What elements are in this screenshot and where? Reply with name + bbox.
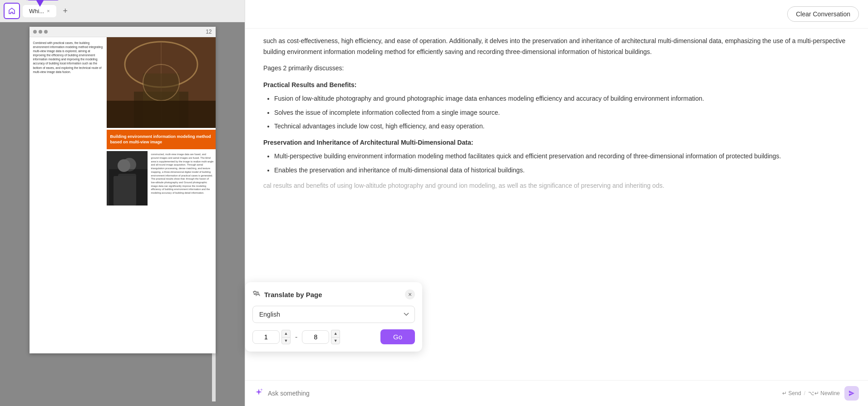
pdf-dot-3 (44, 30, 48, 34)
range-end-down[interactable]: ▼ (331, 337, 340, 344)
svg-rect-6 (107, 101, 216, 128)
language-select[interactable]: English Chinese Spanish French German Ja… (252, 306, 415, 323)
pdf-person-image (107, 151, 148, 205)
translate-modal-header: Translate by Page × (252, 289, 415, 299)
pdf-dot-1 (33, 30, 37, 34)
newline-label: ⌥↵ Newline (808, 390, 840, 396)
bullets-section2: Multi-perspective building environment i… (263, 151, 850, 175)
blurred-paragraph: cal results and benefits of using low-al… (263, 181, 850, 191)
pdf-window-controls (33, 30, 48, 34)
pdf-page: 12 Combined with practical cases, the bu… (30, 27, 216, 353)
range-start-up[interactable]: ▲ (281, 330, 291, 337)
ask-input[interactable] (268, 390, 778, 397)
tab-close-btn[interactable]: × (47, 8, 49, 14)
right-panel: Clear Conversation such as cost-effectiv… (245, 0, 868, 406)
pdf-page-number: 12 (206, 29, 212, 35)
range-end-input[interactable] (302, 330, 329, 344)
pages-label: Pages 2 primarily discusses: (263, 63, 850, 74)
bottom-bar: ↵ Send / ⌥↵ Newline (245, 380, 868, 406)
translate-icon (252, 290, 261, 298)
bullet-5: Enables the preservation and inheritance… (274, 165, 850, 175)
clear-conversation-button[interactable]: Clear Conversation (787, 6, 859, 22)
range-start-down[interactable]: ▼ (281, 337, 291, 344)
bullet-4: Multi-perspective building environment i… (274, 151, 850, 161)
right-header: Clear Conversation (245, 0, 868, 29)
home-tab[interactable] (4, 3, 20, 19)
pdf-bottom-text: Combined with practical cases, low-altit… (30, 351, 216, 353)
pdf-main-image (107, 37, 216, 128)
range-end-up[interactable]: ▲ (331, 330, 340, 337)
send-label: ↵ Send (782, 390, 801, 396)
bullet-1: Fusion of low-altitude photography and g… (274, 93, 850, 103)
translate-title: Translate by Page (252, 290, 322, 298)
bullet-2: Solves the issue of incomplete informati… (274, 108, 850, 117)
translate-modal: Translate by Page × English Chinese Span… (245, 282, 422, 352)
bullets-section1: Fusion of low-altitude photography and g… (263, 93, 850, 131)
section1-title: Practical Results and Benefits: (263, 80, 850, 91)
left-panel: Whi... × + (0, 0, 245, 406)
add-tab-button[interactable]: + (59, 5, 72, 17)
tab-bar: Whi... × + (0, 0, 245, 22)
sparkle-icon (254, 388, 263, 399)
svg-rect-12 (113, 176, 136, 205)
pdf-text-column: Combined with practical cases, the build… (30, 37, 107, 351)
range-dash: - (295, 333, 297, 341)
translate-range-controls: ▲ ▼ - ▲ ▼ Go (252, 329, 415, 344)
bullet-3: Technical advantages include low cost, h… (274, 121, 850, 131)
intro-paragraph: such as cost-effectiveness, high efficie… (263, 36, 850, 58)
go-button[interactable]: Go (380, 329, 415, 344)
document-tab[interactable]: Whi... × (23, 5, 56, 17)
pdf-small-text: constructed, multi-view image data are f… (149, 151, 216, 210)
pdf-orange-banner: Building environment information modelin… (107, 130, 216, 149)
section2-title: Preservation and Inheritance of Architec… (263, 137, 850, 148)
pdf-header-bar: 12 (30, 27, 216, 37)
tab-label: Whi... (29, 8, 44, 15)
send-area: ↵ Send / ⌥↵ Newline (782, 390, 840, 396)
svg-point-11 (118, 159, 130, 172)
pdf-content: Combined with practical cases, the build… (30, 37, 216, 351)
main-content: such as cost-effectiveness, high efficie… (263, 29, 850, 191)
pdf-bottom-section: constructed, multi-view image data are f… (107, 151, 216, 210)
pdf-dot-2 (39, 30, 42, 34)
translate-close-button[interactable]: × (405, 289, 415, 299)
pdf-container: 12 Combined with practical cases, the bu… (0, 22, 245, 406)
range-start-input[interactable] (252, 330, 280, 344)
send-button[interactable] (844, 386, 859, 401)
range-end-stepper: ▲ ▼ (331, 330, 340, 344)
pdf-image-column: Building environment information modelin… (107, 37, 216, 351)
range-start-stepper: ▲ ▼ (281, 330, 291, 344)
